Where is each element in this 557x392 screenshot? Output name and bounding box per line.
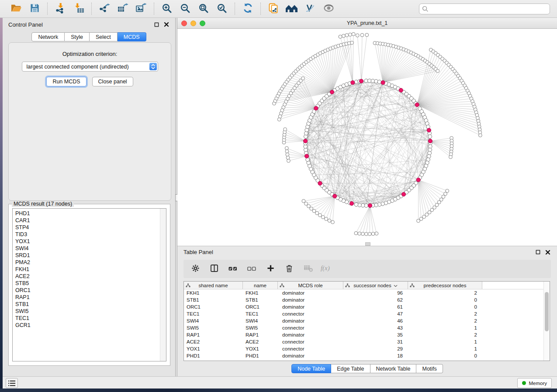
network-node[interactable] [428,135,432,139]
table-row[interactable]: YOX1YOX1connector291 [184,345,550,352]
tab-network-table[interactable]: Network Table [370,364,417,373]
list-scrollbar[interactable] [160,209,166,361]
table-row[interactable]: PHD1PHD1dominator180 [184,352,550,359]
mcds-hub-node[interactable] [427,128,431,132]
leaf-node[interactable] [358,232,361,235]
table-row[interactable]: TEC1TEC1connector472 [184,310,550,317]
table-row[interactable]: STB1STB1dominator620 [184,296,550,303]
leaf-node[interactable] [375,232,378,235]
leaf-node[interactable] [284,127,287,131]
columns-button[interactable] [209,264,219,274]
save-session-button[interactable] [27,1,42,16]
mcds-hub-node[interactable] [401,193,405,196]
add-button[interactable] [266,264,275,274]
open-session-button[interactable] [8,1,24,16]
leaf-node[interactable] [307,204,311,208]
gear-button[interactable] [190,264,200,274]
zoom-fit-button[interactable] [196,1,211,16]
control-panel-close-button[interactable] [163,21,170,28]
mcds-result-item[interactable]: STB5 [13,280,166,287]
mcds-hub-node[interactable] [399,88,403,92]
leaf-node[interactable] [368,232,371,236]
table-row[interactable]: ACE2ACE2connector311 [184,338,550,345]
table-row[interactable]: RAP1RAP1dominator352 [184,331,550,338]
export-table-button[interactable] [115,1,131,16]
mcds-hub-node[interactable] [333,194,337,198]
mcds-result-item[interactable]: STP4 [13,224,166,231]
network-node[interactable] [377,80,381,84]
leaf-node[interactable] [342,34,346,38]
table-row[interactable]: FKH1FKH1dominator962 [184,289,550,296]
table-row[interactable]: SWI4SWI4dominator462 [184,317,550,324]
tab-mcds[interactable]: MCDS [118,32,146,41]
mcds-hub-node[interactable] [318,181,322,185]
mcds-result-item[interactable]: ACE2 [13,273,166,280]
mcds-result-item[interactable]: SRD1 [13,252,166,259]
network-canvas[interactable] [177,29,557,246]
mcds-hub-node[interactable] [305,154,309,158]
zoom-out-button[interactable] [177,1,193,16]
leaf-node[interactable] [312,209,316,213]
tab-style[interactable]: Style [65,32,90,41]
export-image-button[interactable] [133,1,149,16]
leaf-node[interactable] [417,219,420,223]
mcds-result-item[interactable]: PHD1 [13,210,166,217]
criterion-dropdown[interactable]: largest connected component (undirected) [22,62,158,72]
maximize-window-button[interactable] [200,21,205,26]
hide-visual-properties-button[interactable] [302,1,318,16]
leaf-node[interactable] [371,232,375,236]
leaf-node[interactable] [318,213,322,217]
canvas-resize-grip[interactable] [365,242,370,246]
mcds-result-item[interactable]: SWI4 [13,245,166,252]
column-header-name[interactable]: name [243,282,278,289]
mcds-result-item[interactable]: CAR1 [13,217,166,224]
column-header-successor-nodes[interactable]: successor nodes [343,282,408,289]
table-row[interactable]: ORC1ORC1dominator610 [184,303,550,310]
leaf-node[interactable] [350,41,354,45]
leaf-node[interactable] [339,35,342,38]
mcds-result-item[interactable]: PMA2 [13,259,166,266]
tab-node-table[interactable]: Node Table [291,364,331,373]
leaf-node[interactable] [361,232,365,236]
mcds-hub-node[interactable] [314,106,318,110]
leaf-node[interactable] [354,231,358,235]
leaf-node[interactable] [302,199,305,203]
network-node[interactable] [354,203,358,206]
show-preview-button[interactable] [321,1,336,16]
mcds-result-item[interactable]: YOX1 [13,238,166,245]
table-scrollbar[interactable] [543,282,550,361]
table-panel-float-button[interactable] [535,249,541,255]
leaf-node[interactable] [286,153,289,156]
mcds-result-item[interactable]: FKH1 [13,266,166,273]
zoom-selected-button[interactable] [214,1,230,16]
leaf-node[interactable] [286,156,290,159]
leaf-node[interactable] [328,219,331,223]
zoom-in-button[interactable] [159,1,175,16]
leaf-node[interactable] [285,150,289,153]
leaf-node[interactable] [301,77,305,80]
home-button[interactable] [284,1,300,16]
leaf-node[interactable] [352,32,355,36]
mcds-hub-node[interactable] [349,202,353,206]
memory-button[interactable]: Memory [517,378,552,388]
leaf-node[interactable] [365,232,368,236]
tab-select[interactable]: Select [90,32,118,41]
mcds-hub-node[interactable] [304,139,308,143]
mcds-hub-node[interactable] [416,178,420,182]
mcds-result-item[interactable]: STB1 [13,301,166,308]
leaf-node[interactable] [349,33,352,36]
leaf-node[interactable] [322,216,325,219]
leaf-node[interactable] [345,34,349,37]
delete-button[interactable] [284,264,294,274]
mcds-hub-node[interactable] [381,81,385,85]
mcds-result-item[interactable]: RAP1 [13,294,166,301]
tab-edge-table[interactable]: Edge Table [331,364,370,373]
mcds-result-item[interactable]: ORC1 [13,287,166,294]
table-scrollbar-thumb[interactable] [545,292,549,331]
leaf-node[interactable] [285,147,288,150]
leaf-node[interactable] [331,220,335,224]
leaf-node[interactable] [356,34,359,37]
tab-network[interactable]: Network [31,32,65,41]
tab-motifs[interactable]: Motifs [416,364,443,373]
table-panel-close-button[interactable] [545,249,551,255]
